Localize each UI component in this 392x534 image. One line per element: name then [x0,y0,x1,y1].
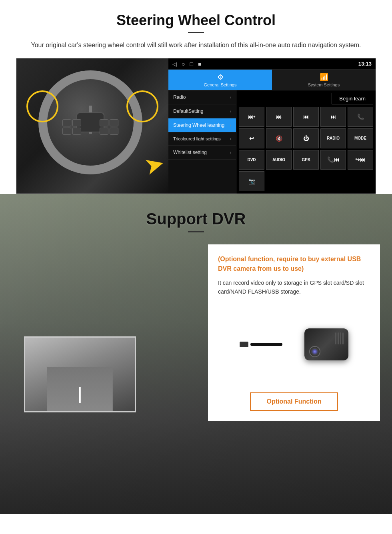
btn-cluster-left [62,119,81,135]
dvr-device-illustration [218,304,370,384]
audio-btn[interactable]: AUDIO [266,150,292,170]
device-lens [309,346,320,357]
dvr-main: (Optional function, require to buy exter… [0,244,392,444]
begin-learn-button[interactable]: Begin learn [332,93,373,104]
menu-item-defaultsetting[interactable]: DefaultSetting › [168,104,236,118]
arrow-right-icon: ➤ [141,148,168,181]
next-btn[interactable]: ⏭ [320,107,346,127]
small-road [47,367,113,411]
menu-item-whitelist[interactable]: Whitelist setting › [168,146,236,160]
device-vent [335,332,344,344]
menu-item-radio[interactable]: Radio › [168,90,236,104]
steering-section: Steering Wheel Control Your original car… [0,0,392,194]
recents-icon[interactable]: □ [190,61,193,67]
android-tabs: ⚙ General Settings 📶 System Settings [168,70,376,90]
road-line [79,387,81,403]
page-title: Steering Wheel Control [16,12,376,29]
dvr-optional-text: (Optional function, require to buy exter… [218,254,370,274]
camera-btn[interactable]: 📷 [239,171,264,191]
mode-btn[interactable]: MODE [348,128,373,148]
android-ui: ◁ ○ □ ■ 13:13 ⚙ General Settings 📶 Syste… [168,58,376,194]
status-time: 13:13 [358,61,372,67]
dvr-description: It can record video only to storage in G… [218,278,370,296]
back-icon[interactable]: ◁ [172,61,177,67]
control-grid: ⏮+ ⏮- ⏮ ⏭ 📞 ↩ 🔇 ⏻ RADIO MODE DVD AUDIO [239,107,373,191]
dvr-small-screen [24,336,136,412]
dvr-divider [188,231,204,232]
next-track-btn[interactable]: ↪⏭ [348,150,373,170]
usb-connector [240,342,248,347]
highlight-circle-left [26,90,58,122]
system-icon: 📶 [320,73,328,82]
chevron-icon: › [230,123,231,128]
highlight-circle-right [126,90,158,122]
optional-function-button[interactable]: Optional Function [250,392,338,411]
android-menu: Radio › DefaultSetting › Steering Wheel … [168,90,236,194]
dvr-left-column [12,244,200,444]
begin-learn-row: Begin learn [239,93,373,104]
steering-photo: ➤ [16,58,168,194]
vol-down-btn[interactable]: ⏮- [266,107,292,127]
section-subtitle: Your original car's steering wheel contr… [16,40,376,50]
usb-cable [250,343,282,346]
btn-cluster-right [100,119,118,135]
back-call-btn[interactable]: ↩ [239,128,264,148]
title-divider [188,32,204,33]
home-icon[interactable]: ○ [182,61,185,67]
chevron-icon: › [230,95,231,100]
dvr-section: Support DVR (Optional function, require … [0,194,392,514]
steering-demo: ➤ ◁ ○ □ ■ 13:13 ⚙ General Settings [16,58,376,194]
phone-btn[interactable]: 📞 [348,107,373,127]
gps-btn[interactable]: GPS [293,150,319,170]
android-panel: Begin learn ⏮+ ⏮- ⏮ ⏭ 📞 ↩ 🔇 ⏻ R [236,90,376,194]
radio-btn[interactable]: RADIO [320,128,346,148]
menu-item-tricoloured[interactable]: Tricoloured light settings › [168,132,236,146]
tab-general-settings[interactable]: ⚙ General Settings [168,70,272,90]
wheel-outer [38,70,142,174]
dvr-camera-body [304,328,348,360]
dvr-title: Support DVR [0,210,392,228]
chevron-icon: › [230,109,231,114]
dvd-btn[interactable]: DVD [239,150,264,170]
vol-up-btn[interactable]: ⏮+ [239,107,264,127]
chevron-icon: › [230,150,231,155]
settings-icon: ⚙ [217,73,224,82]
menu-item-steering-wheel-learning[interactable]: Steering Wheel learning › [168,118,236,132]
android-content: Radio › DefaultSetting › Steering Wheel … [168,90,376,194]
menu-icon[interactable]: ■ [198,61,201,67]
mute-btn[interactable]: 🔇 [266,128,292,148]
power-btn[interactable]: ⏻ [293,128,319,148]
tab-general-label: General Settings [204,82,237,87]
dvr-small-screen-inner [25,338,135,411]
tab-system-settings[interactable]: 📶 System Settings [272,70,376,90]
tab-system-label: System Settings [308,82,340,87]
dvr-content: Support DVR (Optional function, require … [0,194,392,460]
chevron-icon: › [230,137,231,141]
android-statusbar: ◁ ○ □ ■ 13:13 [168,58,376,70]
phone-prev-btn[interactable]: 📞⏮ [320,150,346,170]
nav-icons: ◁ ○ □ ■ [172,61,201,67]
dvr-info-card: (Optional function, require to buy exter… [208,244,380,421]
prev-btn[interactable]: ⏮ [293,107,319,127]
device-lens-inner [312,349,318,354]
